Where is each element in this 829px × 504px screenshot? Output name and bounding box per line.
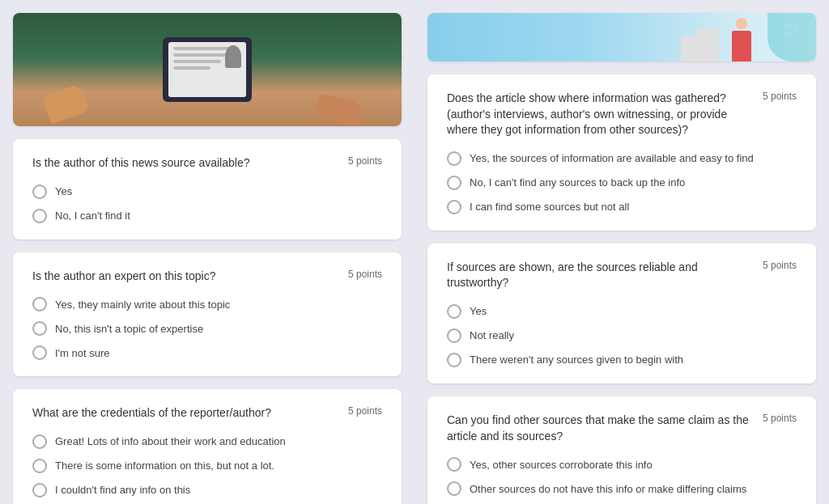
question-text-2: Is the author an expert on this topic? [32, 269, 348, 285]
option-5-a[interactable]: Yes [447, 304, 797, 319]
option-list-2: Yes, they mainly write about this topic … [32, 297, 382, 360]
radio-1-a[interactable] [32, 184, 47, 199]
figure-head [736, 18, 747, 29]
option-list-5: Yes Not really There weren't any sources… [447, 304, 797, 367]
option-4-a[interactable]: Yes, the sources of information are avai… [447, 151, 797, 166]
radio-1-b[interactable] [32, 209, 47, 223]
question-text-6: Can you find other sources that make the… [447, 413, 763, 444]
question-header-6: Can you find other sources that make the… [447, 413, 797, 444]
radio-5-c[interactable] [447, 353, 461, 367]
option-3-a[interactable]: Great! Lots of info about their work and… [32, 434, 382, 449]
option-label-4-c: I can find some sources but not all [470, 201, 629, 213]
option-label-2-a: Yes, they mainly write about this topic [55, 299, 230, 311]
question-card-6: Can you find other sources that make the… [427, 396, 816, 504]
points-badge-3: 5 points [348, 405, 382, 417]
radio-6-b[interactable] [447, 481, 461, 496]
option-label-3-b: There is some information on this, but n… [55, 460, 274, 472]
screen-line-4 [173, 66, 210, 70]
screen-line-2 [173, 53, 231, 57]
question-card-1: Is the author of this news source availa… [13, 139, 402, 239]
option-2-c[interactable]: I'm not sure [32, 345, 382, 360]
radio-5-a[interactable] [447, 304, 461, 319]
option-label-1-a: Yes [55, 185, 72, 197]
points-badge-2: 5 points [348, 269, 382, 280]
option-4-b[interactable]: No, I can't find any sources to back up … [447, 176, 797, 190]
option-6-b[interactable]: Other sources do not have this info or m… [447, 481, 797, 496]
option-label-1-b: No, I can't find it [55, 210, 130, 222]
option-6-a[interactable]: Yes, other sources corroborate this info [447, 457, 797, 472]
option-2-b[interactable]: No, this isn't a topic of expertise [32, 321, 382, 336]
option-5-c[interactable]: There weren't any sources given to begin… [447, 353, 797, 367]
option-label-2-b: No, this isn't a topic of expertise [55, 323, 203, 335]
option-label-6-b: Other sources do not have this info or m… [470, 483, 746, 495]
option-label-3-a: Great! Lots of info about their work and… [55, 435, 286, 447]
option-3-c[interactable]: I couldn't find any info on this [32, 483, 382, 498]
option-label-5-a: Yes [470, 305, 487, 317]
option-3-b[interactable]: There is some information on this, but n… [32, 459, 382, 473]
radio-4-c[interactable] [447, 200, 461, 214]
question-card-4: Does the article show where information … [427, 74, 816, 231]
question-card-5: If sources are shown, are the sources re… [427, 244, 816, 383]
radio-3-c[interactable] [32, 483, 47, 498]
teal-accent [767, 13, 816, 61]
option-1-a[interactable]: Yes [32, 184, 382, 199]
question-text-5: If sources are shown, are the sources re… [447, 260, 763, 291]
hand-right-icon [314, 92, 363, 126]
option-2-a[interactable]: Yes, they mainly write about this topic [32, 297, 382, 311]
points-badge-5: 5 points [763, 260, 797, 271]
person-on-screen [225, 45, 241, 68]
option-list-1: Yes No, I can't find it [32, 184, 382, 223]
right-illustration: 🕊 [427, 13, 816, 61]
radio-3-b[interactable] [32, 459, 47, 473]
option-list-6: Yes, other sources corroborate this info… [447, 457, 797, 504]
decor-shape-2 [681, 36, 699, 61]
left-illustration [13, 13, 402, 126]
option-label-4-b: No, I can't find any sources to back up … [470, 176, 685, 188]
red-figure [732, 31, 751, 61]
option-list-4: Yes, the sources of information are avai… [447, 151, 797, 214]
option-4-c[interactable]: I can find some sources but not all [447, 200, 797, 214]
option-label-5-c: There weren't any sources given to begin… [470, 354, 683, 366]
option-label-3-c: I couldn't find any info on this [55, 484, 190, 496]
decor-shape-1 [696, 29, 719, 61]
radio-2-b[interactable] [32, 321, 47, 336]
points-badge-4: 5 points [763, 91, 797, 102]
question-header-5: If sources are shown, are the sources re… [447, 260, 797, 291]
monitor-icon [163, 37, 252, 102]
question-card-2: Is the author an expert on this topic? 5… [13, 252, 402, 377]
radio-3-a[interactable] [32, 434, 47, 449]
radio-2-a[interactable] [32, 297, 47, 311]
option-5-b[interactable]: Not really [447, 328, 797, 343]
option-list-3: Great! Lots of info about their work and… [32, 434, 382, 498]
screen-line-3 [173, 60, 221, 63]
question-card-3: What are the credentials of the reporter… [13, 389, 402, 504]
points-badge-1: 5 points [348, 155, 382, 167]
option-label-6-a: Yes, other sources corroborate this info [470, 459, 653, 471]
option-1-b[interactable]: No, I can't find it [32, 209, 382, 223]
hand-left-icon [42, 84, 90, 125]
left-panel: Is the author of this news source availa… [0, 0, 414, 504]
radio-4-a[interactable] [447, 151, 461, 166]
question-text-1: Is the author of this news source availa… [32, 155, 348, 172]
question-text-3: What are the credentials of the reporter… [32, 405, 348, 421]
question-header-3: What are the credentials of the reporter… [32, 405, 382, 421]
question-header-4: Does the article show where information … [447, 91, 797, 138]
question-text-4: Does the article show where information … [447, 91, 763, 138]
monitor-screen [168, 42, 246, 97]
screen-line-1 [173, 47, 231, 50]
right-illustration-card: 🕊 [427, 13, 816, 61]
question-header-1: Is the author of this news source availa… [32, 155, 382, 172]
left-illustration-card [13, 13, 402, 126]
radio-5-b[interactable] [447, 328, 461, 343]
option-label-2-c: I'm not sure [55, 347, 110, 359]
option-label-5-b: Not really [470, 329, 514, 341]
radio-6-a[interactable] [447, 457, 461, 472]
radio-2-c[interactable] [32, 345, 47, 360]
right-panel: 🕊 Does the article show where informatio… [414, 0, 829, 504]
points-badge-6: 5 points [763, 413, 797, 424]
option-label-4-a: Yes, the sources of information are avai… [470, 152, 754, 164]
radio-4-b[interactable] [447, 176, 461, 190]
question-header-2: Is the author an expert on this topic? 5… [32, 269, 382, 285]
